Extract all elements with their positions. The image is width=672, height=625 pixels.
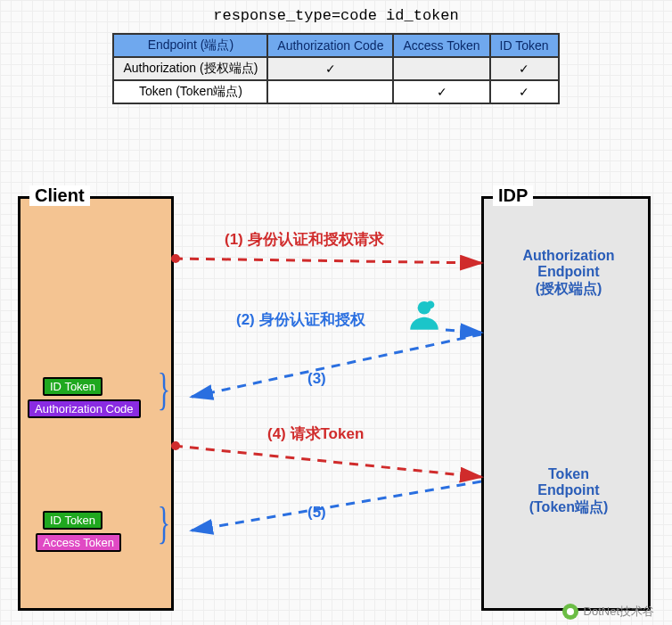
row-auth-label: Authorization (授权端点) — [113, 57, 267, 80]
token-table: Endpoint (端点) Authorization Code Access … — [112, 33, 559, 104]
client-label: Client — [29, 185, 90, 206]
authorization-endpoint: AuthorizationEndpoint(授权端点) — [497, 248, 640, 299]
arrow-2 — [446, 330, 481, 333]
svg-point-1 — [427, 300, 435, 308]
arrow-1 — [174, 259, 481, 263]
row-token-access: ✓ — [393, 80, 489, 103]
watermark: DotNet技术谷 — [562, 604, 654, 620]
arrow-5 — [192, 481, 481, 530]
user-icon — [406, 297, 443, 338]
tag-access-token: Access Token — [36, 533, 121, 552]
tag-id-token-1: ID Token — [43, 377, 102, 396]
token-endpoint: TokenEndpoint(Token端点) — [497, 466, 640, 517]
diagram-title: response_type=code id_token — [0, 0, 672, 24]
brace-icon-1: } — [158, 363, 170, 415]
row-token-code — [267, 80, 393, 103]
flow-diagram: Client IDP AuthorizationEndpoint(授权端点) T… — [0, 174, 672, 625]
row-token-id: ✓ — [490, 80, 559, 103]
row-auth-code: ✓ — [267, 57, 393, 80]
step-1-label: (1) 身份认证和授权请求 — [225, 229, 384, 250]
step-2-label: (2) 身份认证和授权 — [236, 309, 365, 330]
th-accesstoken: Access Token — [393, 34, 489, 57]
step-3-label: (3) — [307, 370, 326, 388]
th-authcode: Authorization Code — [267, 34, 393, 57]
idp-label: IDP — [493, 185, 533, 206]
wechat-icon — [562, 604, 578, 620]
row-auth-id: ✓ — [490, 57, 559, 80]
tag-id-token-2: ID Token — [43, 511, 102, 530]
th-endpoint: Endpoint (端点) — [113, 34, 267, 57]
arrow-4 — [174, 446, 481, 477]
arrow-3 — [192, 334, 481, 397]
th-idtoken: ID Token — [490, 34, 559, 57]
tag-authorization-code: Authorization Code — [28, 399, 141, 418]
row-auth-access — [393, 57, 489, 80]
step-4-label: (4) 请求Token — [267, 424, 364, 444]
step-5-label: (5) — [307, 504, 326, 522]
row-token-label: Token (Token端点) — [113, 80, 267, 103]
brace-icon-2: } — [158, 497, 170, 548]
idp-box: IDP AuthorizationEndpoint(授权端点) TokenEnd… — [481, 196, 651, 611]
watermark-text: DotNet技术谷 — [584, 604, 654, 620]
